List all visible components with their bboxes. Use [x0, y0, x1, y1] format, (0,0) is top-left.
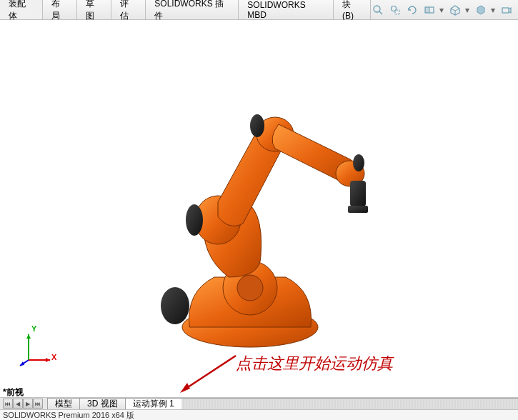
svg-point-11 — [161, 287, 189, 324]
svg-line-26 — [186, 356, 236, 389]
tab-assembly[interactable]: 装配体 — [0, 0, 43, 19]
nav-first-icon[interactable]: ⏮ — [3, 399, 13, 409]
chevron-down-icon[interactable]: ▾ — [465, 5, 471, 15]
tab-sw-mbd[interactable]: SOLIDWORKS MBD — [239, 0, 334, 19]
tab-3d-view[interactable]: 3D 视图 — [79, 398, 126, 409]
zoom-icon[interactable] — [371, 3, 385, 17]
svg-rect-19 — [348, 206, 368, 213]
tab-motion-study-1[interactable]: 运动算例 1 — [125, 398, 182, 409]
display-style-icon[interactable] — [448, 3, 462, 17]
camera-icon[interactable] — [499, 3, 514, 17]
nav-prev-icon[interactable]: ◀ — [13, 399, 23, 409]
status-bar: SOLIDWORKS Premium 2016 x64 版 — [0, 410, 518, 420]
zoom-area-icon[interactable] — [388, 3, 402, 17]
rotate-icon[interactable] — [405, 3, 419, 17]
axis-y-label: Y — [31, 324, 36, 333]
tab-sketch[interactable]: 草图 — [77, 0, 111, 19]
coordinate-triad: Y X — [14, 326, 57, 369]
tab-layout[interactable]: 布局 — [43, 0, 77, 19]
svg-marker-25 — [20, 361, 24, 366]
svg-point-17 — [353, 154, 364, 171]
tab-nav-buttons: ⏮ ◀ ▶ ⏭ — [3, 399, 43, 409]
tab-filler — [181, 398, 518, 409]
svg-line-1 — [379, 11, 382, 14]
annotation-text: 点击这里开始运动仿真 — [236, 353, 393, 374]
svg-rect-3 — [395, 10, 399, 14]
axis-x-label: X — [51, 353, 56, 361]
svg-marker-27 — [180, 383, 190, 393]
svg-point-10 — [237, 275, 263, 301]
tab-evaluate[interactable]: 评估 — [111, 0, 146, 19]
nav-next-icon[interactable]: ▶ — [23, 399, 33, 409]
svg-rect-7 — [502, 8, 509, 13]
svg-point-15 — [250, 114, 264, 137]
svg-rect-18 — [350, 181, 366, 206]
tab-model[interactable]: 模型 — [47, 398, 80, 409]
chevron-down-icon[interactable]: ▾ — [491, 5, 497, 15]
svg-rect-6 — [425, 7, 429, 13]
svg-point-13 — [186, 204, 203, 236]
annotation-arrow-icon — [177, 351, 241, 394]
section-view-icon[interactable] — [422, 3, 437, 17]
chevron-down-icon[interactable]: ▾ — [439, 5, 445, 15]
model-robot-arm — [136, 91, 379, 349]
heads-up-toolbar: ▾ ▾ ▾ — [371, 3, 518, 17]
nav-last-icon[interactable]: ⏭ — [33, 399, 43, 409]
svg-marker-23 — [26, 334, 31, 339]
bottom-tabs-bar: ⏮ ◀ ▶ ⏭ 模型 3D 视图 运动算例 1 — [0, 397, 518, 410]
svg-point-0 — [374, 6, 380, 12]
scene-icon[interactable] — [474, 3, 488, 17]
tab-block[interactable]: 块(B) — [334, 0, 371, 19]
graphics-viewport[interactable]: Y X 点击这里开始运动仿真 — [0, 20, 518, 389]
ribbon-tabs: 装配体 布局 草图 评估 SOLIDWORKS 插件 SOLIDWORKS MB… — [0, 0, 518, 20]
svg-marker-21 — [46, 358, 50, 362]
tab-sw-addins[interactable]: SOLIDWORKS 插件 — [146, 0, 239, 19]
